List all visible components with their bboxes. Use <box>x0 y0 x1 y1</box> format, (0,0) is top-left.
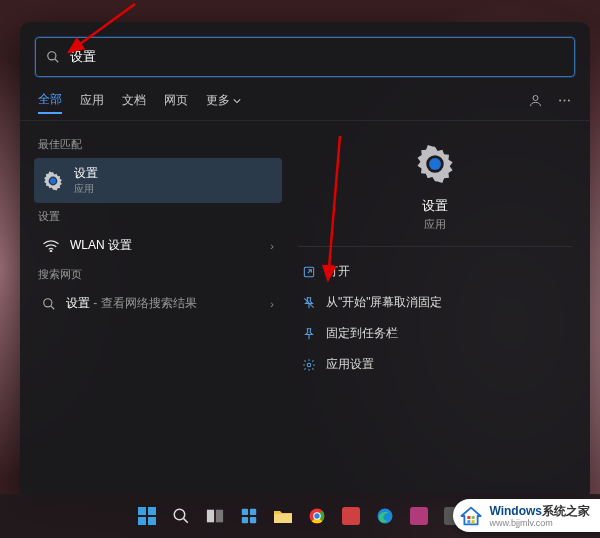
account-icon[interactable] <box>528 93 543 108</box>
wifi-icon <box>42 240 60 252</box>
action-app-settings[interactable]: 应用设置 <box>298 350 572 379</box>
start-button[interactable] <box>134 503 160 529</box>
svg-point-6 <box>50 178 56 184</box>
unpin-icon <box>302 296 316 310</box>
start-search-panel: 全部 应用 文档 网页 更多 最佳匹配 设置 应用 设置 <box>20 22 590 502</box>
svg-rect-26 <box>242 509 248 515</box>
svg-line-23 <box>184 519 188 523</box>
svg-rect-21 <box>148 517 156 525</box>
edge-button[interactable] <box>372 503 398 529</box>
preview-column: 设置 应用 打开 从"开始"屏幕取消固定 固定到任务栏 应用设 <box>288 121 590 501</box>
result-title: 设置 <box>74 165 98 182</box>
svg-line-9 <box>51 306 54 309</box>
open-icon <box>302 265 316 279</box>
svg-rect-24 <box>207 510 214 523</box>
search-icon <box>42 297 56 311</box>
app-button[interactable] <box>338 503 364 529</box>
house-icon <box>459 504 483 528</box>
svg-point-4 <box>564 100 566 102</box>
svg-rect-41 <box>472 516 475 519</box>
svg-point-35 <box>314 513 319 518</box>
results-column: 最佳匹配 设置 应用 设置 WLAN 设置 › 搜索网页 设置 - 查看网络搜索… <box>20 121 288 501</box>
preview-subtitle: 应用 <box>424 217 446 232</box>
app-button-2[interactable] <box>406 503 432 529</box>
taskbar-search-button[interactable] <box>168 503 194 529</box>
gear-icon <box>42 170 64 192</box>
result-web-search[interactable]: 设置 - 查看网络搜索结果 › <box>34 288 282 319</box>
svg-rect-42 <box>468 520 471 523</box>
chevron-right-icon: › <box>270 298 274 310</box>
chrome-button[interactable] <box>304 503 330 529</box>
svg-rect-29 <box>250 517 256 523</box>
svg-point-2 <box>533 96 538 101</box>
svg-rect-18 <box>138 507 146 515</box>
svg-point-3 <box>559 100 561 102</box>
tab-more[interactable]: 更多 <box>206 88 241 113</box>
result-wlan-settings[interactable]: WLAN 设置 › <box>34 230 282 261</box>
action-pin-taskbar[interactable]: 固定到任务栏 <box>298 319 572 348</box>
preview-actions: 打开 从"开始"屏幕取消固定 固定到任务栏 应用设置 <box>298 257 572 379</box>
tab-all[interactable]: 全部 <box>38 87 62 114</box>
watermark-brand: Windows <box>489 504 542 518</box>
watermark-url: www.bjjmlv.com <box>489 518 590 528</box>
action-open[interactable]: 打开 <box>298 257 572 286</box>
action-label: 固定到任务栏 <box>326 325 398 342</box>
tab-apps[interactable]: 应用 <box>80 88 104 113</box>
app-settings-icon <box>302 358 316 372</box>
explorer-button[interactable] <box>270 503 296 529</box>
tab-more-label: 更多 <box>206 92 230 109</box>
result-settings-app[interactable]: 设置 应用 <box>34 158 282 203</box>
action-label: 应用设置 <box>326 356 374 373</box>
svg-point-22 <box>174 509 185 520</box>
chevron-down-icon <box>233 97 241 105</box>
web-group-label: 搜索网页 <box>38 267 278 282</box>
gear-icon <box>414 143 456 185</box>
watermark-suffix: 系统之家 <box>542 504 590 518</box>
svg-rect-36 <box>342 507 360 525</box>
svg-point-0 <box>48 52 56 60</box>
result-title: WLAN 设置 <box>70 237 132 254</box>
svg-rect-40 <box>468 516 471 519</box>
svg-rect-30 <box>274 514 292 523</box>
svg-rect-43 <box>472 520 475 523</box>
result-subtitle: 应用 <box>74 182 98 196</box>
svg-point-10 <box>429 158 441 170</box>
chevron-right-icon: › <box>270 240 274 252</box>
preview-title: 设置 <box>422 197 448 215</box>
search-input[interactable] <box>68 49 564 66</box>
tab-documents[interactable]: 文档 <box>122 88 146 113</box>
svg-rect-19 <box>148 507 156 515</box>
tab-web[interactable]: 网页 <box>164 88 188 113</box>
svg-rect-20 <box>138 517 146 525</box>
svg-rect-38 <box>410 507 428 525</box>
svg-point-7 <box>50 250 52 252</box>
svg-rect-27 <box>250 509 256 515</box>
svg-point-15 <box>307 363 311 367</box>
preview-header: 设置 应用 <box>298 143 572 247</box>
more-options-icon[interactable] <box>557 93 572 108</box>
action-label: 打开 <box>326 263 350 280</box>
watermark: Windows系统之家 www.bjjmlv.com <box>453 499 600 532</box>
search-icon <box>46 50 60 64</box>
action-label: 从"开始"屏幕取消固定 <box>326 294 443 311</box>
action-unpin-start[interactable]: 从"开始"屏幕取消固定 <box>298 288 572 317</box>
svg-point-5 <box>568 100 570 102</box>
filter-tabs: 全部 应用 文档 网页 更多 <box>20 77 590 121</box>
search-box[interactable] <box>35 37 575 77</box>
task-view-button[interactable] <box>202 503 228 529</box>
pin-taskbar-icon <box>302 327 316 341</box>
svg-line-1 <box>55 59 58 62</box>
best-match-label: 最佳匹配 <box>38 137 278 152</box>
svg-point-8 <box>44 298 52 306</box>
settings-group-label: 设置 <box>38 209 278 224</box>
svg-rect-28 <box>242 517 248 523</box>
widgets-button[interactable] <box>236 503 262 529</box>
svg-rect-25 <box>216 510 223 523</box>
result-title: 设置 - 查看网络搜索结果 <box>66 295 197 312</box>
